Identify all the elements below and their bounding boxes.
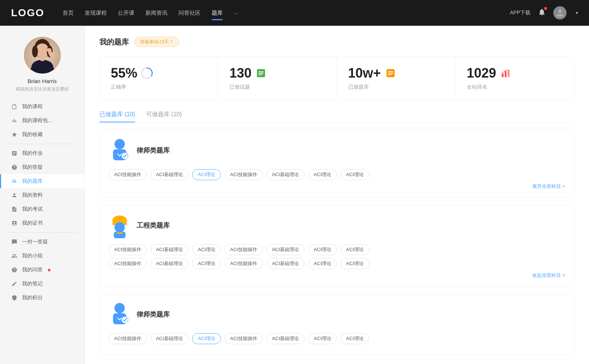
tag-eng-r2-0[interactable]: ACI技能操作 — [109, 258, 147, 269]
sidebar-item-group-label: 我的小组 — [22, 253, 43, 259]
bank-section-lawyer-2: 律师类题库 ACI技能操作 ACI基础理论 ACI理论 ACI技能操作 ACI基… — [99, 294, 574, 355]
tag-eng-4[interactable]: ACI基础理论 — [267, 244, 305, 255]
tag-eng-6[interactable]: ACI理论 — [341, 244, 369, 255]
navbar-right: APP下载 ▾ — [510, 6, 578, 19]
expand-btn-lawyer-1[interactable]: 展开全部科目 > — [109, 183, 565, 190]
tag-lawyer-2-0[interactable]: ACI技能操作 — [109, 333, 147, 344]
app-download-link[interactable]: APP下载 — [510, 10, 530, 16]
sidebar-item-packages[interactable]: 我的课程包... — [0, 114, 84, 128]
tag-lawyer-1-2[interactable]: ACI理论 — [192, 169, 221, 180]
tag-eng-r2-5[interactable]: ACI理论 — [308, 258, 337, 269]
logo: LOGO — [11, 7, 44, 19]
nav-home[interactable]: 首页 — [63, 10, 74, 17]
collapse-btn-engineer[interactable]: 收起全部科目 > — [109, 272, 565, 279]
svg-rect-12 — [258, 73, 264, 74]
chart-icon — [11, 117, 18, 124]
tag-lawyer-2-5[interactable]: ACI理论 — [308, 333, 337, 344]
lawyer-icon-2 — [109, 301, 131, 327]
bank-tags-engineer-row1: ACI技能操作 ACI基础理论 ACI理论 ACI技能操作 ACI基础理论 AC… — [109, 244, 565, 255]
star-icon — [11, 131, 18, 138]
paper-icon — [11, 206, 18, 213]
stat-banks-label: 已做题库 — [348, 84, 444, 90]
sidebar-item-bank[interactable]: 我的题库 — [0, 174, 84, 188]
tag-lawyer-1-0[interactable]: ACI技能操作 — [109, 169, 147, 180]
svg-point-26 — [114, 222, 125, 232]
tag-eng-r2-4[interactable]: ACI基础理论 — [267, 258, 305, 269]
tag-eng-r2-1[interactable]: ACI基础理论 — [151, 258, 189, 269]
tag-eng-r2-6[interactable]: ACI理论 — [341, 258, 369, 269]
tag-lawyer-2-4[interactable]: ACI基础理论 — [267, 333, 305, 344]
tag-lawyer-1-4[interactable]: ACI基础理论 — [267, 169, 305, 180]
tag-lawyer-1-5[interactable]: ACI理论 — [308, 169, 337, 180]
tag-eng-1[interactable]: ACI基础理论 — [151, 244, 189, 255]
user-avatar[interactable] — [553, 6, 567, 19]
list-icon — [255, 67, 267, 79]
user-avatar-large — [24, 37, 61, 74]
bank-name-lawyer-1: 律师类题库 — [137, 146, 170, 155]
sidebar-item-favorites-label: 我的收藏 — [22, 131, 43, 138]
sidebar-item-exams[interactable]: 我的考试 — [0, 202, 84, 216]
tag-eng-5[interactable]: ACI理论 — [308, 244, 337, 255]
nav-news[interactable]: 新闻资讯 — [145, 10, 167, 17]
svg-rect-15 — [388, 71, 393, 72]
tab-done-banks[interactable]: 已做题库 (10) — [99, 111, 135, 122]
user-dropdown-arrow[interactable]: ▾ — [576, 10, 578, 15]
sidebar-user-motto: 错误的决定比没有决定要好 — [16, 86, 69, 92]
page-header: 我的题库 体验剩余23天！ — [99, 37, 574, 47]
bank-tags-lawyer-1: ACI技能操作 ACI基础理论 ACI理论 ACI技能操作 ACI基础理论 AC… — [109, 169, 565, 180]
bank-section-engineer: 工程类题库 ACI技能操作 ACI基础理论 ACI理论 ACI技能操作 ACI基… — [99, 205, 574, 286]
sidebar-item-homework-label: 我的作业 — [22, 150, 43, 157]
stat-banks-value: 10w+ — [348, 65, 381, 81]
orange-list-icon — [385, 67, 396, 79]
svg-rect-19 — [505, 71, 507, 77]
sidebar-item-1on1-label: 一对一答疑 — [22, 239, 48, 245]
sidebar-item-notes[interactable]: 我的笔记 — [0, 277, 84, 291]
page-title: 我的题库 — [99, 37, 129, 47]
stat-questions-label: 已做试题 — [229, 84, 325, 90]
tag-eng-2[interactable]: ACI理论 — [192, 244, 221, 255]
tag-eng-r2-3[interactable]: ACI技能操作 — [225, 258, 263, 269]
nav-qa[interactable]: 问答社区 — [179, 10, 201, 17]
main-content: 我的题库 体验剩余23天！ 55% 正确率 — [85, 26, 589, 364]
nav-discover[interactable]: 发现课程 — [85, 10, 107, 17]
main-wrapper: Brian Harris 错误的决定比没有决定要好 我的课程 我的课程包... — [0, 26, 589, 364]
tag-eng-0[interactable]: ACI技能操作 — [109, 244, 147, 255]
sidebar-item-1on1[interactable]: 一对一答疑 — [0, 235, 84, 249]
notification-bell[interactable] — [538, 8, 546, 18]
sidebar-item-qa[interactable]: 我的答疑 — [0, 160, 84, 174]
tag-eng-r2-2[interactable]: ACI理论 — [192, 258, 221, 269]
tag-lawyer-2-6[interactable]: ACI理论 — [341, 333, 369, 344]
tag-lawyer-1-6[interactable]: ACI理论 — [341, 169, 369, 180]
sidebar-divider-2 — [7, 232, 77, 233]
nav-more[interactable]: ··· — [234, 10, 239, 16]
sidebar-item-posts[interactable]: 我的问答 — [0, 263, 84, 277]
tag-lawyer-2-1[interactable]: ACI基础理论 — [151, 333, 189, 344]
svg-rect-18 — [502, 74, 504, 77]
tag-lawyer-1-1[interactable]: ACI基础理论 — [151, 169, 189, 180]
svg-point-3 — [32, 46, 38, 57]
stat-questions-value: 130 — [229, 65, 251, 81]
sidebar-item-courses[interactable]: 我的课程 — [0, 100, 84, 114]
tag-lawyer-2-3[interactable]: ACI技能操作 — [225, 333, 263, 344]
sidebar-item-homework[interactable]: 我的作业 — [0, 146, 84, 160]
sidebar-item-favorites[interactable]: 我的收藏 — [0, 128, 84, 142]
sidebar-item-posts-label: 我的问答 — [22, 267, 43, 273]
svg-rect-28 — [117, 232, 123, 234]
tag-eng-3[interactable]: ACI技能操作 — [225, 244, 263, 255]
sidebar-item-certs[interactable]: 我的证书 — [0, 216, 84, 230]
nav-bank[interactable]: 题库 — [212, 10, 223, 17]
sidebar-item-group[interactable]: 我的小组 — [0, 249, 84, 263]
sidebar-item-profile[interactable]: 我的资料 — [0, 188, 84, 202]
bank-section-lawyer-1: 律师类题库 ACI技能操作 ACI基础理论 ACI理论 ACI技能操作 ACI基… — [99, 130, 574, 197]
chat-icon — [11, 239, 18, 245]
svg-point-29 — [114, 303, 125, 313]
bank-tags-lawyer-2: ACI技能操作 ACI基础理论 ACI理论 ACI技能操作 ACI基础理论 AC… — [109, 333, 565, 344]
stat-rank-value: 1029 — [467, 65, 496, 81]
nav-open-course[interactable]: 公开课 — [118, 10, 134, 17]
question-icon — [11, 164, 18, 171]
tab-available-banks[interactable]: 可做题库 (10) — [146, 111, 182, 122]
sidebar-item-points[interactable]: 我的积分 — [0, 291, 84, 305]
tag-lawyer-2-2[interactable]: ACI理论 — [192, 333, 221, 344]
tag-lawyer-1-3[interactable]: ACI技能操作 — [225, 169, 263, 180]
tabs-row: 已做题库 (10) 可做题库 (10) — [99, 111, 574, 122]
